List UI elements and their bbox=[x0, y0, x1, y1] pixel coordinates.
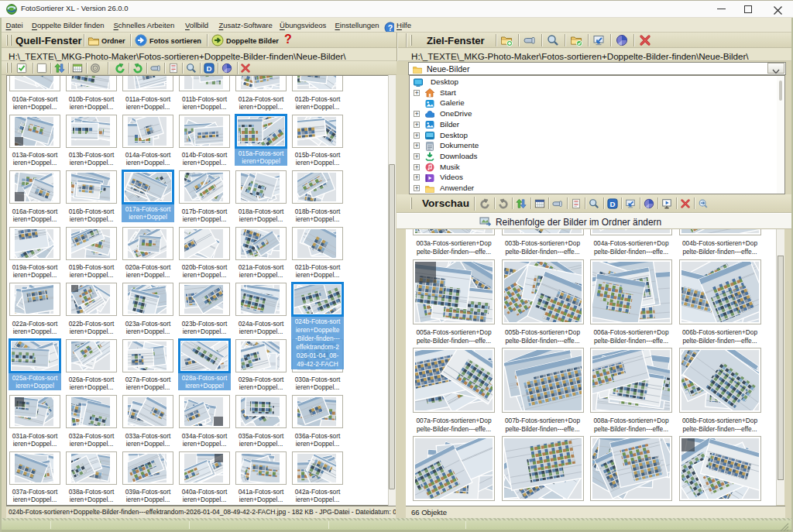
svg-text:D: D bbox=[207, 64, 212, 73]
svg-text:D: D bbox=[609, 200, 615, 208]
svg-text:?: ? bbox=[388, 23, 393, 32]
